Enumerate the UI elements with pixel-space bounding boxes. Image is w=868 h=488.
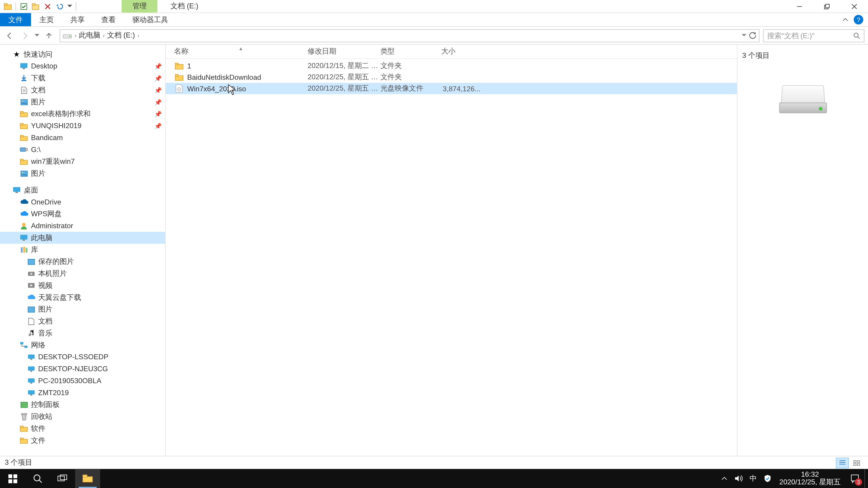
svg-rect-20	[20, 135, 23, 137]
search-box[interactable]	[763, 29, 864, 42]
address-dropdown-icon[interactable]	[742, 34, 746, 37]
tree-net-item[interactable]: DESKTOP-NJEU3CG	[0, 363, 165, 375]
details-view-button[interactable]	[836, 457, 849, 468]
file-row[interactable]: 1 2020/12/15, 星期二 1... 文件夹	[166, 60, 737, 71]
show-desktop-button[interactable]	[864, 469, 868, 488]
tree-qa-item[interactable]: excel表格制作求和📌	[0, 108, 165, 120]
svg-rect-65	[857, 460, 860, 462]
tree-qa-item[interactable]: win7重装win7	[0, 156, 165, 167]
forward-button[interactable]	[18, 28, 32, 42]
col-header-type[interactable]: 类型	[380, 45, 441, 59]
navigation-pane[interactable]: ★快速访问 Desktop📌 下载📌 文档📌 图片📌 excel表格制作求和📌 …	[0, 45, 166, 456]
ribbon-tab-share[interactable]: 共享	[62, 13, 93, 26]
tree-lib-item[interactable]: 文档	[0, 315, 165, 327]
tree-qa-item[interactable]: YUNQISHI2019📌	[0, 120, 165, 132]
ribbon-tab-home[interactable]: 主页	[31, 13, 62, 26]
history-dropdown-icon[interactable]	[33, 34, 41, 37]
tree-administrator[interactable]: Administrator	[0, 220, 165, 232]
tree-lib-item[interactable]: 视频	[0, 280, 165, 291]
minimize-button[interactable]	[786, 0, 813, 13]
file-row[interactable]: BaiduNetdiskDownload 2020/12/25, 星期五 1..…	[166, 71, 737, 83]
tree-qa-item[interactable]: 图片	[0, 167, 165, 180]
tree-network[interactable]: 网络	[0, 339, 165, 351]
search-button[interactable]	[25, 469, 50, 488]
security-icon[interactable]	[760, 469, 774, 488]
expand-ribbon-icon[interactable]	[841, 15, 850, 24]
ime-icon[interactable]: 中	[746, 469, 760, 488]
search-icon[interactable]	[853, 32, 860, 39]
svg-rect-55	[20, 426, 23, 427]
close-button[interactable]	[841, 0, 868, 13]
crumb-sep-icon[interactable]: ›	[137, 32, 140, 39]
back-button[interactable]	[2, 28, 17, 42]
svg-rect-10	[20, 63, 28, 68]
svg-rect-45	[30, 358, 32, 359]
crumb-docs-e[interactable]: 文档 (E:)	[107, 31, 135, 41]
qat-undo-icon[interactable]	[54, 1, 65, 11]
tree-qa-item[interactable]: 下载📌	[0, 72, 165, 84]
tree-desktop[interactable]: 桌面	[0, 184, 165, 196]
tree-qa-item[interactable]: 图片📌	[0, 96, 165, 108]
context-tab-manage[interactable]: 管理	[122, 0, 157, 12]
qat-delete-icon[interactable]	[42, 1, 53, 11]
crumb-sep-icon[interactable]: ›	[74, 32, 76, 39]
tree-file[interactable]: 文件	[0, 434, 165, 447]
tree-recycle[interactable]: 回收站	[0, 411, 165, 422]
search-input[interactable]	[767, 31, 850, 39]
start-button[interactable]	[0, 469, 25, 488]
help-icon[interactable]: ?	[854, 15, 863, 24]
task-view-button[interactable]	[50, 469, 75, 488]
tree-this-pc[interactable]: 此电脑	[0, 232, 165, 244]
qat-dropdown-icon[interactable]	[66, 1, 73, 11]
tree-lib-item[interactable]: 天翼云盘下载	[0, 291, 165, 303]
action-center-button[interactable]: 3	[845, 469, 864, 488]
tree-net-item[interactable]: DESKTOP-LSSOEDP	[0, 351, 165, 363]
col-header-date[interactable]: 修改日期	[308, 45, 380, 59]
tray-overflow-icon[interactable]	[717, 469, 732, 488]
crumb-this-pc[interactable]: 此电脑	[79, 31, 100, 41]
tree-wps[interactable]: WPS网盘	[0, 208, 165, 220]
taskbar: 中 16:32 2020/12/25, 星期五 3	[0, 469, 868, 488]
file-explorer-button[interactable]	[75, 469, 100, 488]
tree-qa-item[interactable]: Desktop📌	[0, 60, 165, 72]
svg-rect-4	[32, 3, 35, 5]
maximize-button[interactable]	[813, 0, 840, 13]
tree-software[interactable]: 软件	[0, 422, 165, 434]
tree-lib-item[interactable]: 图片	[0, 303, 165, 315]
svg-point-29	[22, 223, 26, 226]
tree-lib-item[interactable]: 音乐	[0, 327, 165, 339]
qat-properties-icon[interactable]	[19, 1, 29, 11]
file-row[interactable]: Win7x64_2020.iso 2020/12/25, 星期五 1... 光盘…	[166, 83, 737, 94]
library-icon	[19, 245, 29, 254]
control-panel-icon	[19, 400, 29, 410]
app-icon[interactable]	[2, 1, 13, 11]
tree-onedrive[interactable]: OneDrive	[0, 196, 165, 208]
iso-file-icon	[174, 84, 184, 93]
tree-lib-item[interactable]: 保存的图片	[0, 256, 165, 267]
tree-control-panel[interactable]: 控制面板	[0, 398, 165, 411]
tree-net-item[interactable]: ZMT2019	[0, 387, 165, 399]
clock[interactable]: 16:32 2020/12/25, 星期五	[775, 471, 845, 486]
tree-qa-item[interactable]: Bandicam	[0, 132, 165, 144]
up-button[interactable]	[42, 28, 56, 42]
ribbon-tab-file[interactable]: 文件	[0, 13, 31, 26]
address-bar[interactable]: › 此电脑 › 文档 (E:) ›	[60, 29, 760, 42]
svg-rect-51	[30, 394, 32, 395]
ribbon-tab-view[interactable]: 查看	[93, 13, 124, 26]
icons-view-button[interactable]	[850, 457, 863, 468]
tree-qa-item[interactable]: 文档📌	[0, 84, 165, 96]
tree-lib-item[interactable]: 本机照片	[0, 267, 165, 280]
quick-access-toolbar	[0, 0, 80, 12]
volume-icon[interactable]	[732, 469, 746, 488]
crumb-sep-icon[interactable]: ›	[103, 32, 105, 39]
tree-quick-access[interactable]: ★快速访问	[0, 48, 165, 60]
tree-libraries[interactable]: 库	[0, 244, 165, 256]
refresh-icon[interactable]	[749, 32, 756, 39]
title-location: 文档 (E:)	[162, 0, 207, 12]
sort-asc-icon: ▲	[239, 46, 243, 51]
qat-new-folder-icon[interactable]	[31, 1, 41, 11]
tree-qa-item[interactable]: G:\	[0, 144, 165, 156]
tree-net-item[interactable]: PC-20190530OBLA	[0, 375, 165, 387]
ribbon-tab-drive-tools[interactable]: 驱动器工具	[124, 13, 177, 26]
col-header-size[interactable]: 大小	[441, 45, 480, 59]
